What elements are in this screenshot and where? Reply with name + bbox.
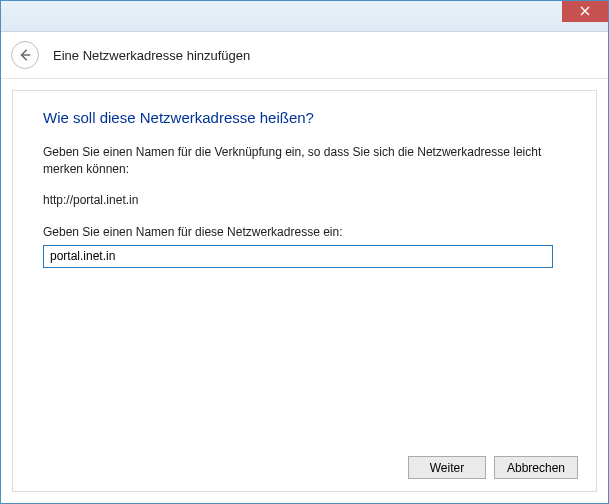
wizard-header: Eine Netzwerkadresse hinzufügen xyxy=(1,32,608,79)
name-input[interactable] xyxy=(43,245,553,268)
titlebar xyxy=(1,1,608,32)
next-button[interactable]: Weiter xyxy=(408,456,486,479)
wizard-window: Eine Netzwerkadresse hinzufügen Wie soll… xyxy=(0,0,609,504)
content-frame: Wie soll diese Netzwerkadresse heißen? G… xyxy=(1,78,608,503)
name-input-label: Geben Sie einen Namen für diese Netzwerk… xyxy=(43,225,566,239)
arrow-left-icon xyxy=(18,48,32,62)
wizard-content: Wie soll diese Netzwerkadresse heißen? G… xyxy=(12,90,597,492)
back-button[interactable] xyxy=(11,41,39,69)
close-icon xyxy=(580,6,590,16)
close-button[interactable] xyxy=(562,1,608,22)
button-bar: Weiter Abbrechen xyxy=(408,456,578,479)
cancel-button[interactable]: Abbrechen xyxy=(494,456,578,479)
instruction-text: Geben Sie einen Namen für die Verknüpfun… xyxy=(43,144,566,179)
network-url: http://portal.inet.in xyxy=(43,193,566,207)
page-heading: Wie soll diese Netzwerkadresse heißen? xyxy=(43,109,566,126)
wizard-title: Eine Netzwerkadresse hinzufügen xyxy=(53,48,250,63)
